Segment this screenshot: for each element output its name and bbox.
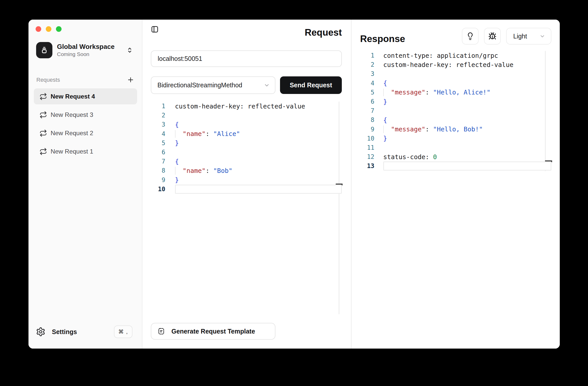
code-line-12[interactable]: 12status-code: 0 (360, 152, 551, 161)
code-line-8[interactable]: 8 "name": "Bob" (151, 166, 342, 175)
code-content[interactable] (383, 69, 551, 78)
code-content[interactable] (383, 106, 551, 115)
sidebar-request-item-4[interactable]: New Request 1 (34, 143, 137, 159)
method-dropdown[interactable]: BidirectionalStreamingMethod (151, 76, 275, 94)
bug-icon (488, 32, 496, 40)
workspace-switcher[interactable]: Global Workspace Coming Soon (36, 42, 133, 58)
request-list: New Request 4New Request 3New Request 2N… (34, 88, 137, 159)
code-content[interactable]: { (175, 157, 342, 166)
line-number: 6 (360, 98, 374, 105)
code-content[interactable]: status-code: 0 (383, 152, 551, 161)
dashed-template-icon (157, 327, 165, 335)
code-content[interactable] (175, 111, 342, 120)
code-content[interactable]: { (175, 120, 342, 129)
code-line-6[interactable]: 6 (151, 148, 342, 157)
repeat-arrows-icon (39, 148, 47, 155)
window-controls (36, 26, 142, 32)
code-line-11[interactable]: 11 (360, 143, 551, 152)
send-request-button[interactable]: Send Request (280, 76, 342, 94)
line-number: 5 (151, 140, 165, 147)
code-content[interactable]: } (383, 97, 551, 106)
repeat-arrows-icon (39, 111, 47, 119)
debug-button[interactable] (484, 28, 501, 45)
code-line-7[interactable]: 7 (360, 106, 551, 115)
settings-label: Settings (52, 328, 77, 336)
code-content[interactable]: custom-header-key: reflected-value (383, 60, 551, 69)
repeat-arrows-icon (39, 129, 47, 137)
gear-icon (35, 326, 46, 337)
line-number: 8 (360, 116, 374, 123)
code-line-1[interactable]: 1custom-header-key: reflected-value (151, 102, 342, 111)
theme-dropdown[interactable]: Light (506, 28, 551, 45)
line-number: 4 (151, 130, 165, 137)
line-number: 7 (360, 107, 374, 114)
code-content[interactable]: custom-header-key: reflected-value (175, 102, 342, 111)
line-number: 1 (360, 52, 374, 59)
code-content[interactable]: "message": "Hello, Alice!" (383, 88, 551, 97)
code-content[interactable]: "name": "Alice" (175, 129, 342, 139)
line-number: 11 (360, 144, 374, 151)
close-window-button[interactable] (36, 26, 41, 32)
sidebar-request-item-3[interactable]: New Request 2 (34, 125, 137, 141)
code-line-2[interactable]: 2 (151, 111, 342, 120)
request-body-editor[interactable]: 1custom-header-key: reflected-value23{4 … (151, 102, 342, 314)
code-line-10[interactable]: 10} (360, 134, 551, 143)
code-line-13[interactable]: 13 (360, 161, 551, 171)
code-line-3[interactable]: 3{ (151, 120, 342, 129)
code-line-9[interactable]: 9 "message": "Hello, Bob!" (360, 125, 551, 134)
minimize-window-button[interactable] (46, 26, 51, 32)
generate-request-template-button[interactable]: Generate Request Template (151, 323, 275, 340)
line-number: 13 (360, 162, 374, 170)
code-content[interactable] (175, 148, 342, 157)
add-request-button[interactable] (127, 76, 134, 84)
server-url-input[interactable]: localhost:50051 (151, 50, 342, 67)
code-content[interactable]: "name": "Bob" (175, 166, 342, 175)
settings-shortcut-badge: ⌘ , (114, 325, 133, 338)
line-number: 9 (151, 176, 165, 184)
code-content[interactable] (383, 143, 551, 152)
code-line-3[interactable]: 3 (360, 69, 551, 78)
theme-dropdown-value: Light (513, 33, 527, 40)
code-line-5[interactable]: 5 "message": "Hello, Alice!" (360, 88, 551, 97)
sidebar-request-item-1[interactable]: New Request 4 (34, 88, 137, 104)
code-line-10[interactable]: 10 (151, 185, 342, 194)
sidebar: Global Workspace Coming Soon Requests (28, 20, 142, 349)
response-body-viewer[interactable]: 1content-type: application/grpc2custom-h… (360, 51, 551, 176)
code-line-4[interactable]: 4{ (360, 79, 551, 88)
code-line-1[interactable]: 1content-type: application/grpc (360, 51, 551, 60)
code-line-4[interactable]: 4 "name": "Alice" (151, 129, 342, 139)
line-number: 2 (360, 61, 374, 68)
hint-button[interactable] (462, 28, 479, 45)
line-number: 2 (151, 112, 165, 119)
settings-button[interactable]: Settings ⌘ , (35, 325, 133, 338)
code-content[interactable]: } (175, 139, 342, 148)
repeat-arrows-icon (39, 93, 47, 100)
request-item-label: New Request 3 (51, 111, 93, 118)
code-content[interactable]: "message": "Hello, Bob!" (383, 125, 551, 134)
requests-section-label: Requests (36, 77, 60, 83)
code-line-2[interactable]: 2custom-header-key: reflected-value (360, 60, 551, 69)
code-line-6[interactable]: 6} (360, 97, 551, 106)
zoom-window-button[interactable] (56, 26, 62, 32)
code-content[interactable]: } (175, 175, 342, 185)
code-line-7[interactable]: 7{ (151, 157, 342, 166)
code-line-8[interactable]: 8{ (360, 115, 551, 125)
code-content[interactable]: } (383, 134, 551, 143)
code-content[interactable]: { (383, 79, 551, 88)
line-number: 8 (151, 167, 165, 174)
screen-background: Global Workspace Coming Soon Requests (0, 0, 588, 386)
app-window: Global Workspace Coming Soon Requests (28, 20, 560, 349)
sidebar-request-item-2[interactable]: New Request 3 (34, 107, 137, 123)
code-content[interactable] (175, 185, 342, 194)
code-content[interactable]: { (383, 115, 551, 125)
code-line-9[interactable]: 9} (151, 175, 342, 185)
line-number: 1 (151, 103, 165, 110)
code-content[interactable] (383, 161, 551, 171)
chevron-up-down-icon (126, 46, 133, 54)
code-line-5[interactable]: 5} (151, 139, 342, 148)
response-panel: Response (351, 20, 560, 349)
toggle-sidebar-button[interactable] (151, 25, 159, 33)
workspace-title: Global Workspace (57, 43, 114, 50)
line-number: 12 (360, 153, 374, 160)
code-content[interactable]: content-type: application/grpc (383, 51, 551, 60)
